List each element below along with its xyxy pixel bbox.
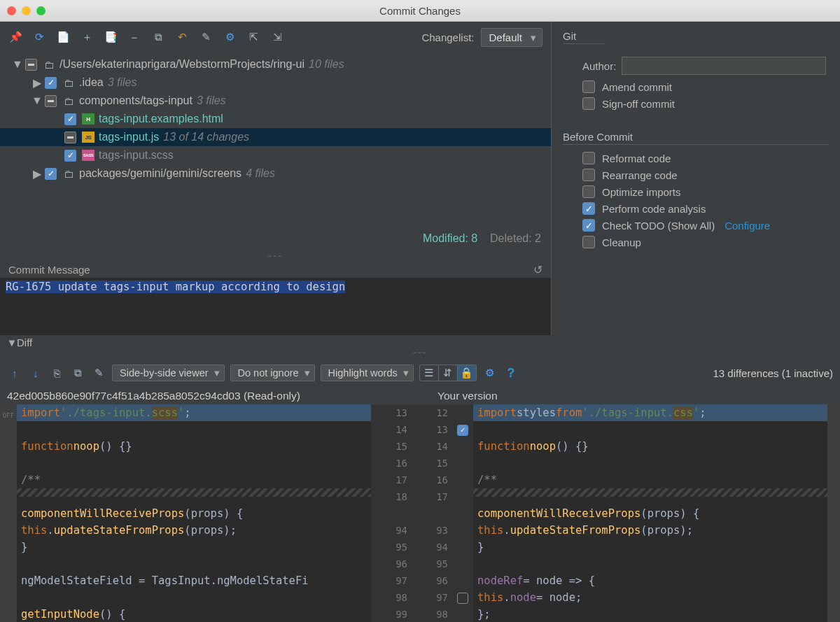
author-input[interactable] xyxy=(622,57,826,75)
js-icon: JS xyxy=(82,132,94,143)
checkbox[interactable]: ✓ xyxy=(64,113,76,125)
diff-label[interactable]: Diff xyxy=(17,337,32,348)
files-tree[interactable]: ▼ 🗀 /Users/ekaterinaprigara/WebstormProj… xyxy=(0,52,551,228)
diff-left-title: 42ed005b860e90f77c4f51a4b285a8052c94cd03… xyxy=(7,390,402,402)
commit-message-label: Commit Message xyxy=(8,264,90,276)
remove-icon[interactable]: − xyxy=(127,30,141,44)
option-label: Perform code analysis xyxy=(602,203,706,215)
collapse-unchanged-icon[interactable]: ☰ xyxy=(420,365,439,381)
checkbox[interactable] xyxy=(582,219,595,232)
option-row[interactable]: Rearrange code xyxy=(582,169,826,181)
help-icon[interactable]: ? xyxy=(503,365,519,381)
option-label: Optimize imports xyxy=(602,186,681,198)
expand-icon[interactable]: ⇱ xyxy=(246,30,260,44)
commit-message-input[interactable]: RG-1675 update tags-input markup accordi… xyxy=(0,278,551,335)
checkbox[interactable] xyxy=(25,59,37,71)
change-stats: Modified: 8 Deleted: 2 xyxy=(0,228,551,253)
file-name: components/tags-input xyxy=(79,94,192,107)
tree-row[interactable]: ▶ ✓ 🗀 .idea 3 files xyxy=(0,73,551,92)
checkbox[interactable] xyxy=(582,185,595,198)
whitespace-select[interactable]: Do not ignore xyxy=(230,365,315,381)
edit-icon[interactable]: ✎ xyxy=(199,30,213,44)
diff-viewer[interactable]: OFF import './tags-input.scss'; function… xyxy=(0,404,840,622)
tree-root[interactable]: ▼ 🗀 /Users/ekaterinaprigara/WebstormProj… xyxy=(0,55,551,73)
folder-icon: 🗀 xyxy=(43,59,55,70)
diff-right-title: Your version xyxy=(402,390,833,402)
file-meta: 3 files xyxy=(197,94,226,107)
option-row[interactable]: Perform code analysis xyxy=(582,202,826,215)
off-badge: OFF xyxy=(0,404,17,622)
highlight-select[interactable]: Highlight words xyxy=(321,365,414,381)
gear-icon[interactable]: ⚙ xyxy=(223,30,237,44)
window-title: Commit Changes xyxy=(0,5,840,17)
option-label: Check TODO (Show All) xyxy=(602,220,715,232)
splitter[interactable]: ┅┅┅ xyxy=(0,253,551,262)
file-name: tags-input.scss xyxy=(99,149,174,162)
lock-icon[interactable]: 🔒 xyxy=(458,365,476,381)
rollback-icon[interactable]: ↶ xyxy=(175,30,189,44)
pin-icon[interactable]: 📌 xyxy=(8,30,22,44)
changelist-select[interactable]: Default xyxy=(481,28,542,47)
sync-scroll-icon[interactable]: ⇵ xyxy=(439,365,458,381)
option-label: Rearrange code xyxy=(602,169,678,181)
dir-icon: 🗀 xyxy=(62,77,75,88)
diff-settings-icon[interactable]: ⚙ xyxy=(482,365,498,381)
checkbox[interactable] xyxy=(64,132,76,143)
compare-icon[interactable]: ⧉ xyxy=(70,365,85,381)
tree-row[interactable]: ▶ ✓ 🗀 packages/gemini/gemini/screens 4 f… xyxy=(0,164,551,183)
option-row[interactable]: Sign-off commit xyxy=(582,97,826,110)
file-name: tags-input.js xyxy=(99,131,159,143)
changelist-icon[interactable]: 📑 xyxy=(104,30,118,44)
include-change-checkbox[interactable]: ✓ xyxy=(457,425,468,436)
checkbox[interactable] xyxy=(582,80,595,93)
view-mode-select[interactable]: Side-by-side viewer xyxy=(112,365,225,381)
file-meta: 4 files xyxy=(246,167,275,180)
option-row[interactable]: Reformat code xyxy=(582,152,826,164)
option-row[interactable]: Cleanup xyxy=(582,236,826,248)
jump-to-source-icon[interactable]: ⎘ xyxy=(49,365,64,381)
option-row[interactable]: Amend commit xyxy=(582,80,826,93)
configure-link[interactable]: Configure xyxy=(724,220,770,232)
dir-icon: 🗀 xyxy=(62,168,75,179)
file-meta: 3 files xyxy=(108,76,137,89)
prev-diff-icon[interactable]: ↑ xyxy=(7,365,22,381)
option-row[interactable]: Optimize imports xyxy=(582,185,826,198)
checkbox[interactable] xyxy=(582,236,595,248)
option-label: Amend commit xyxy=(602,81,672,93)
tree-row[interactable]: ▼ 🗀 components/tags-input 3 files xyxy=(0,92,551,110)
file-name: packages/gemini/gemini/screens xyxy=(79,167,241,180)
include-change-checkbox[interactable] xyxy=(457,593,468,604)
diff-layout-group: ☰ ⇵ 🔒 xyxy=(419,365,477,381)
diff-icon[interactable]: ⧉ xyxy=(151,30,165,44)
file-meta: 13 of 14 changes xyxy=(163,131,249,143)
checkbox[interactable] xyxy=(582,152,595,164)
tree-row[interactable]: JS tags-input.js 13 of 14 changes xyxy=(0,128,551,146)
option-row[interactable]: Check TODO (Show All) Configure xyxy=(582,219,826,232)
before-commit-section: Before Commit xyxy=(563,131,829,145)
history-icon[interactable]: ↺ xyxy=(533,263,542,276)
changelist-label: Changelist: xyxy=(421,31,474,43)
checkbox[interactable] xyxy=(582,169,595,181)
dir-icon: 🗀 xyxy=(62,95,75,106)
next-diff-icon[interactable]: ↓ xyxy=(28,365,43,381)
checkbox[interactable]: ✓ xyxy=(45,168,57,180)
revert-icon[interactable]: 📄 xyxy=(56,30,70,44)
author-label: Author: xyxy=(582,60,616,72)
option-label: Sign-off commit xyxy=(602,98,675,110)
diff-splitter[interactable]: ┅┅┅ xyxy=(0,350,840,358)
checkbox[interactable]: ✓ xyxy=(64,150,76,162)
tree-row[interactable]: ✓ SASS tags-input.scss xyxy=(0,146,551,164)
tree-row[interactable]: ✓ H tags-input.examples.html xyxy=(0,110,551,128)
checkbox[interactable] xyxy=(582,97,595,110)
collapse-icon[interactable]: ⇲ xyxy=(270,30,284,44)
overview-ruler[interactable] xyxy=(827,404,840,622)
option-label: Reformat code xyxy=(602,153,671,164)
titlebar: Commit Changes xyxy=(0,0,840,22)
checkbox[interactable] xyxy=(45,95,57,107)
checkbox[interactable] xyxy=(582,202,595,215)
file-name: .idea xyxy=(79,76,104,89)
checkbox[interactable]: ✓ xyxy=(45,77,57,89)
refresh-icon[interactable]: ⟳ xyxy=(32,30,46,44)
add-icon[interactable]: ＋ xyxy=(80,30,94,44)
edit-diff-icon[interactable]: ✎ xyxy=(91,365,106,381)
